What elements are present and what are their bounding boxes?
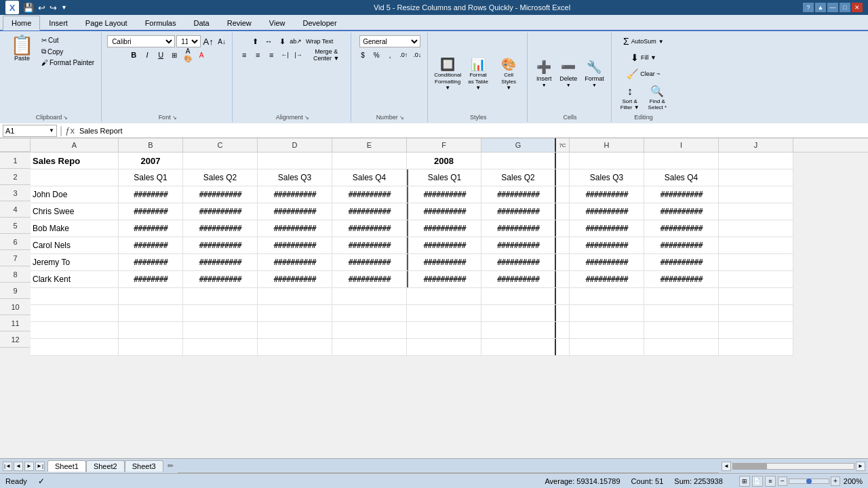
increase-font-btn[interactable]: A↑	[202, 35, 214, 47]
cell-J2[interactable]: Sales Q4	[644, 169, 719, 186]
clipboard-dialog-icon[interactable]: ↘	[63, 115, 68, 121]
cell-E4[interactable]: ##########	[332, 203, 407, 220]
cell-G12[interactable]	[481, 339, 556, 355]
cell-K7[interactable]	[719, 254, 793, 270]
cell-C8[interactable]: ##########	[183, 271, 258, 287]
sheet-tab-sheet2[interactable]: Sheet2	[86, 460, 125, 472]
cell-A5[interactable]: Bob Make	[31, 220, 119, 237]
row-header-2[interactable]: 2	[0, 169, 31, 185]
cell-H1[interactable]	[556, 152, 570, 169]
name-box[interactable]: A1 ▼	[3, 125, 57, 137]
autosum-btn[interactable]: Σ AutoSum ▼	[620, 34, 667, 49]
cell-C6[interactable]: ##########	[183, 237, 258, 253]
cell-J6[interactable]: ##########	[644, 237, 719, 253]
quick-undo[interactable]: ↩	[38, 3, 45, 13]
cell-A9[interactable]	[31, 288, 119, 304]
merge-center-btn[interactable]: Merge & Center ▼	[306, 49, 347, 61]
cell-E6[interactable]: ##########	[332, 237, 407, 253]
cell-G5[interactable]: ##########	[481, 220, 556, 237]
cell-B8[interactable]: ########	[119, 271, 183, 287]
zoom-slider-thumb[interactable]	[806, 479, 812, 484]
cell-G9[interactable]	[481, 288, 556, 304]
cell-D1[interactable]	[258, 152, 332, 169]
find-select-btn[interactable]: 🔍 Find &Select *	[645, 83, 671, 113]
cell-F1[interactable]: 2008	[407, 152, 481, 169]
border-btn[interactable]: ⊞	[168, 49, 180, 61]
cell-J8[interactable]: ##########	[644, 271, 719, 287]
row-header-6[interactable]: 6	[0, 234, 31, 250]
tab-view[interactable]: View	[260, 16, 294, 30]
dec-decrease-btn[interactable]: .0↓	[411, 49, 423, 61]
italic-btn[interactable]: I	[141, 49, 153, 61]
cell-styles-btn[interactable]: 🎨 CellStyles ▼	[494, 60, 523, 88]
formula-input[interactable]	[77, 125, 865, 137]
clear-btn[interactable]: 🧹 Clear ~	[623, 66, 663, 81]
cell-E8[interactable]: ##########	[332, 271, 407, 287]
col-header-F[interactable]: F	[407, 138, 481, 152]
cell-G6[interactable]: ##########	[481, 237, 556, 253]
insert-cells-btn[interactable]: ➕ Insert ▼	[533, 58, 555, 89]
indent-decrease-btn[interactable]: ←|	[279, 49, 291, 61]
zoom-in-btn[interactable]: +	[831, 476, 840, 486]
cell-C10[interactable]	[183, 305, 258, 321]
col-header-A[interactable]: A	[31, 138, 119, 152]
cell-H8[interactable]	[556, 271, 570, 287]
help-btn[interactable]: ?	[803, 3, 814, 12]
row-header-12[interactable]: 12	[0, 331, 31, 348]
cell-C1[interactable]	[183, 152, 258, 169]
cell-F9[interactable]	[407, 288, 481, 304]
font-name-select[interactable]: Calibri	[107, 35, 175, 47]
cell-E5[interactable]: ##########	[332, 220, 407, 237]
font-dialog-icon[interactable]: ↘	[172, 115, 177, 121]
cell-J7[interactable]: ##########	[644, 254, 719, 270]
cell-K2[interactable]	[719, 169, 793, 186]
ribbon-toggle[interactable]: ▲	[815, 3, 826, 12]
align-right-btn[interactable]: ≡	[265, 49, 277, 61]
col-header-G[interactable]: G	[481, 138, 556, 152]
cell-I4[interactable]: ##########	[570, 203, 644, 220]
cell-F8[interactable]: ##########	[407, 271, 481, 287]
cell-I1[interactable]	[570, 152, 644, 169]
cell-G3[interactable]: ##########	[481, 186, 556, 203]
cell-B10[interactable]	[119, 305, 183, 321]
cell-C5[interactable]: ##########	[183, 220, 258, 237]
cell-G8[interactable]: ##########	[481, 271, 556, 287]
cell-C3[interactable]: ##########	[183, 186, 258, 203]
delete-cells-btn[interactable]: ➖ Delete ▼	[557, 58, 580, 89]
cell-H7[interactable]	[556, 254, 570, 270]
cell-D8[interactable]: ##########	[258, 271, 332, 287]
sheet-tab-sheet1[interactable]: Sheet1	[47, 460, 86, 472]
cell-F12[interactable]	[407, 339, 481, 355]
cell-D3[interactable]: ##########	[258, 186, 332, 203]
tab-data[interactable]: Data	[184, 16, 218, 30]
cell-J9[interactable]	[644, 288, 719, 304]
cell-A8[interactable]: Clark Kent	[31, 271, 119, 287]
zoom-slider-track[interactable]	[789, 479, 829, 484]
col-header-C[interactable]: C	[183, 138, 258, 152]
indent-increase-btn[interactable]: |→	[292, 49, 304, 61]
h-scrollbar-thumb[interactable]	[733, 464, 767, 469]
cell-A1[interactable]: Sales Repo	[31, 152, 119, 169]
font-size-select[interactable]: 11	[176, 35, 201, 47]
cell-B5[interactable]: ########	[119, 220, 183, 237]
qa-dropdown[interactable]: ▼	[61, 4, 67, 11]
cell-H9[interactable]	[556, 288, 570, 304]
function-wizard-icon[interactable]: ƒx	[65, 125, 75, 136]
close-btn[interactable]: ✕	[852, 3, 863, 12]
cell-D2[interactable]: Sales Q3	[258, 169, 332, 186]
alignment-dialog-icon[interactable]: ↘	[304, 115, 309, 121]
cell-J10[interactable]	[644, 305, 719, 321]
cell-E7[interactable]: ##########	[332, 254, 407, 270]
tab-review[interactable]: Review	[218, 16, 260, 30]
cell-K6[interactable]	[719, 237, 793, 253]
name-box-dropdown[interactable]: ▼	[49, 127, 54, 134]
text-angle-btn[interactable]: ab↗	[290, 35, 302, 47]
cell-A12[interactable]	[31, 339, 119, 355]
col-header-B[interactable]: B	[119, 138, 183, 152]
cell-G7[interactable]: ##########	[481, 254, 556, 270]
row-header-9[interactable]: 9	[0, 283, 31, 299]
tab-insert[interactable]: Insert	[40, 16, 77, 30]
cell-A4[interactable]: Chris Swee	[31, 203, 119, 220]
cell-C4[interactable]: ##########	[183, 203, 258, 220]
page-break-btn[interactable]: ≡	[765, 476, 776, 487]
